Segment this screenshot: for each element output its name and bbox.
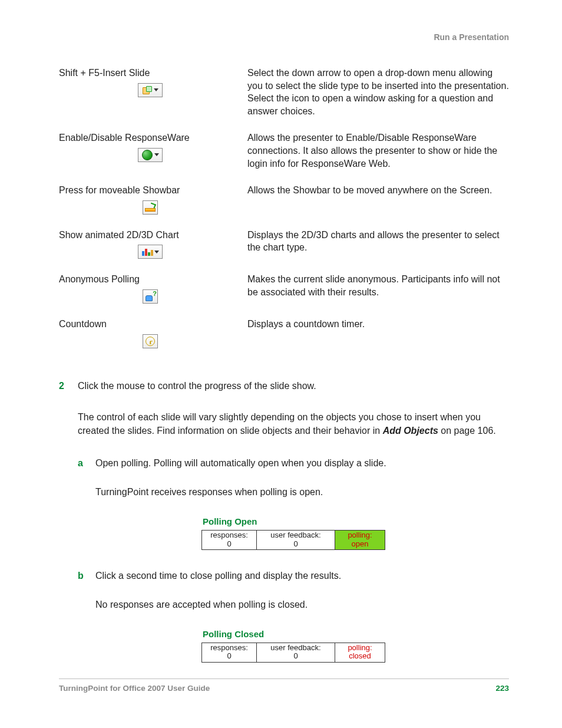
insert-slide-icon xyxy=(143,86,152,94)
substep-a: a Open polling. Polling will automatical… xyxy=(78,456,509,499)
chart-button-icon xyxy=(138,245,163,259)
responses-cell: responses: 0 xyxy=(202,643,257,662)
substep-text: Click a second time to close polling and… xyxy=(95,569,341,582)
page-header: Run a Presentation xyxy=(59,32,509,42)
table-row: Shift + F5-Insert Slide Select the down … xyxy=(59,67,509,131)
page-footer: TurningPoint for Office 2007 User Guide … xyxy=(0,678,562,693)
table-row: Countdown Displays a countdown timer. xyxy=(59,318,509,363)
anonymous-button-icon xyxy=(143,289,158,304)
page-number: 223 xyxy=(495,684,509,693)
polling-closed-figure: Polling Closed responses: 0 user feedbac… xyxy=(78,628,509,662)
row-label: Countdown xyxy=(59,318,242,331)
row-label: Enable/Disable ResponseWare xyxy=(59,131,242,144)
insert-slide-button-icon xyxy=(138,83,163,97)
row-label: Anonymous Polling xyxy=(59,273,242,286)
clock-icon xyxy=(146,337,155,346)
countdown-button-icon xyxy=(143,334,158,348)
step-number: 2 xyxy=(59,379,67,663)
chevron-down-icon xyxy=(154,88,158,91)
table-row: Press for moveable Showbar Allows the Sh… xyxy=(59,184,509,229)
globe-icon xyxy=(142,150,153,160)
substep-b: b Click a second time to close polling a… xyxy=(78,569,509,611)
bar-chart-icon xyxy=(142,248,153,256)
row-description: Displays a countdown timer. xyxy=(247,318,509,363)
polling-status-cell: polling: closed xyxy=(335,643,385,662)
chevron-down-icon xyxy=(154,251,159,253)
showbar-button-icon xyxy=(143,200,158,215)
step-paragraph: The control of each slide will vary slig… xyxy=(78,410,509,437)
row-label: Show animated 2D/3D Chart xyxy=(59,229,242,242)
responseware-button-icon xyxy=(138,148,163,162)
row-description: Displays the 2D/3D charts and allows the… xyxy=(247,229,509,274)
document-page: Run a Presentation Shift + F5-Insert Sli… xyxy=(0,0,562,728)
step-2: 2 Click the mouse to control the progres… xyxy=(59,379,509,663)
responses-cell: responses: 0 xyxy=(202,531,257,549)
polling-open-title: Polling Open xyxy=(201,515,385,528)
table-row: Enable/Disable ResponseWare Allows the p… xyxy=(59,131,509,184)
polling-status-cell: polling: open xyxy=(335,531,385,549)
substep-follow: No responses are accepted when polling i… xyxy=(95,598,341,611)
polling-open-figure: Polling Open responses: 0 user feedback:… xyxy=(78,515,509,549)
anonymous-icon xyxy=(146,292,155,301)
showbar-icon xyxy=(145,203,156,212)
table-row: Anonymous Polling Makes the current slid… xyxy=(59,273,509,318)
row-description: Makes the current slide anonymous. Parti… xyxy=(247,273,509,318)
footer-title: TurningPoint for Office 2007 User Guide xyxy=(59,684,210,693)
substep-follow: TurningPoint receives responses when pol… xyxy=(95,485,386,499)
step-text: Click the mouse to control the progress … xyxy=(78,379,509,393)
toolbar-reference-table: Shift + F5-Insert Slide Select the down … xyxy=(59,67,509,363)
polling-closed-bar: responses: 0 user feedback: 0 polling: c… xyxy=(201,643,385,663)
chevron-down-icon xyxy=(154,153,159,156)
userfeedback-cell: user feedback: 0 xyxy=(257,531,335,549)
cross-reference: Add Objects xyxy=(383,426,438,436)
polling-closed-title: Polling Closed xyxy=(201,628,385,641)
row-description: Select the down arrow to open a drop-dow… xyxy=(247,67,509,131)
row-label: Press for moveable Showbar xyxy=(59,184,242,197)
substep-text: Open polling. Polling will automatically… xyxy=(95,456,386,470)
polling-open-bar: responses: 0 user feedback: 0 polling: o… xyxy=(201,530,385,550)
row-description: Allows the Showbar to be moved anywhere … xyxy=(247,184,509,229)
substep-letter: b xyxy=(78,569,86,611)
row-label: Shift + F5-Insert Slide xyxy=(59,67,242,80)
userfeedback-cell: user feedback: 0 xyxy=(257,643,335,662)
row-description: Allows the presenter to Enable/Disable R… xyxy=(247,131,509,184)
substep-letter: a xyxy=(78,456,86,499)
table-row: Show animated 2D/3D Chart Displays the 2… xyxy=(59,229,509,274)
